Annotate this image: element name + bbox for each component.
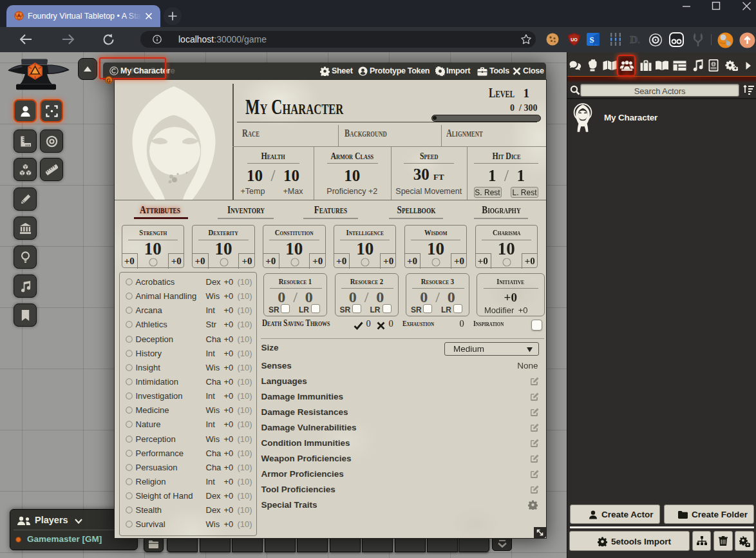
svg-text:UO: UO bbox=[571, 37, 578, 42]
svg-text:S: S bbox=[589, 35, 594, 44]
svg-text:D: D bbox=[630, 34, 638, 46]
